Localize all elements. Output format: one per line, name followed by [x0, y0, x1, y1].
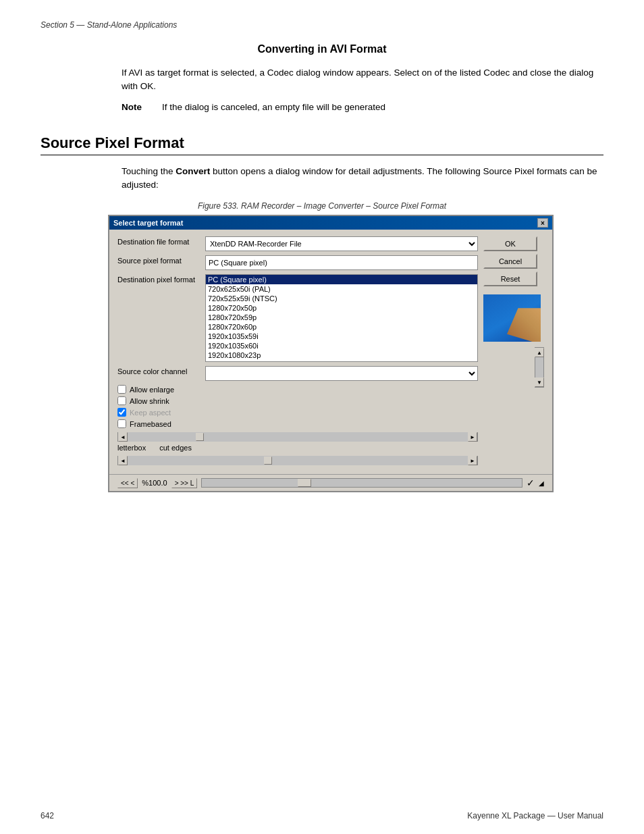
pixel-format-listbox[interactable]: PC (Square pixel) 720x625x50i (PAL) 720x…: [205, 274, 478, 362]
page-container: Section 5 — Stand-Alone Applications Con…: [0, 0, 644, 546]
allow-enlarge-row: Allow enlarge: [117, 385, 478, 394]
note-label: Note: [122, 101, 149, 114]
spf-section: Source Pixel Format Touching the Convert…: [41, 134, 603, 493]
source-pixel-format-row: Source pixel format: [117, 255, 478, 270]
framebased-checkbox[interactable]: [117, 419, 126, 428]
scroll-track2: [128, 456, 468, 465]
second-slider-row: ◄ ►: [117, 454, 478, 465]
source-color-channel-label: Source color channel: [117, 366, 205, 375]
scroll-left-btn[interactable]: ◄: [118, 432, 128, 442]
dialog-wrapper: Select target format × Destination file …: [108, 215, 554, 492]
scroll-left-btn2[interactable]: ◄: [118, 456, 128, 465]
avi-section-body: If AVI as target format is selected, a C…: [122, 66, 603, 114]
source-pixel-format-input[interactable]: [205, 255, 478, 270]
dialog-bottom-bar: << < %100.0 > >> L ✓ ◢: [109, 474, 552, 491]
list-item[interactable]: 1920x1080x23p: [206, 350, 477, 360]
dialog-titlebar: Select target format ×: [109, 216, 552, 230]
list-item[interactable]: 1280x720x50p: [206, 303, 477, 313]
ok-button[interactable]: OK: [483, 236, 537, 251]
dialog-close-button[interactable]: ×: [537, 218, 548, 228]
list-item[interactable]: 720x525x59i (NTSC): [206, 294, 477, 303]
letterbox-slider-row: ◄ ►: [117, 431, 478, 442]
select-target-format-dialog: Select target format × Destination file …: [108, 215, 554, 492]
allow-shrink-checkbox[interactable]: [117, 396, 126, 405]
cut-edges-label: cut edges: [159, 444, 192, 452]
scroll-right-btn[interactable]: ►: [468, 432, 477, 442]
nav-left-button[interactable]: << <: [117, 478, 138, 488]
avi-section: Converting in AVI Format If AVI as targe…: [41, 43, 603, 114]
letterbox-label: letterbox: [117, 444, 146, 452]
checkmark-icon: ✓: [527, 477, 535, 488]
destination-file-format-label: Destination file format: [117, 236, 205, 246]
spf-section-body: Touching the Convert button opens a dial…: [122, 165, 603, 192]
list-item[interactable]: 720x625x50i (PAL): [206, 284, 477, 294]
source-color-channel-select[interactable]: [205, 366, 478, 381]
page-footer: 642 Kayenne XL Package — User Manual: [41, 811, 603, 820]
scroll-track: [128, 432, 468, 442]
spf-body-bold: Convert: [176, 166, 210, 176]
list-item[interactable]: 1920x1080x24p: [206, 360, 477, 362]
keep-aspect-checkbox[interactable]: [117, 408, 126, 417]
destination-file-format-input-area: XtenDD RAM-Recorder File: [205, 236, 478, 251]
nav-right-button[interactable]: > >> L: [171, 478, 198, 488]
bottom-hscroll-thumb[interactable]: [298, 479, 311, 487]
destination-file-format-select[interactable]: XtenDD RAM-Recorder File: [205, 236, 478, 251]
allow-shrink-row: Allow shrink: [117, 396, 478, 405]
avi-section-title: Converting in AVI Format: [41, 43, 603, 55]
vscroll-track: [535, 357, 543, 377]
vscroll-up-btn[interactable]: ▲: [535, 348, 544, 357]
destination-pixel-format-input-area: PC (Square pixel) 720x625x50i (PAL) 720x…: [205, 274, 478, 362]
vertical-scrollbar[interactable]: ▲ ▼: [535, 347, 544, 388]
dialog-body: Destination file format XtenDD RAM-Recor…: [109, 230, 552, 474]
source-color-channel-row: Source color channel: [117, 366, 478, 381]
cancel-button[interactable]: Cancel: [483, 254, 537, 269]
dialog-title: Select target format: [113, 219, 183, 227]
allow-shrink-label: Allow shrink: [130, 397, 169, 405]
source-pixel-format-label: Source pixel format: [117, 255, 205, 265]
list-item[interactable]: PC (Square pixel): [206, 275, 477, 284]
zoom-label: %100.0: [142, 479, 167, 487]
scroll-thumb2[interactable]: [264, 457, 272, 465]
dialog-form: Destination file format XtenDD RAM-Recor…: [117, 236, 478, 467]
letterbox-slider-area: ◄ ► letterbox cut edges: [117, 431, 478, 465]
second-scrollbar[interactable]: ◄ ►: [117, 456, 478, 465]
keep-aspect-row: Keep aspect: [117, 408, 478, 417]
scroll-right-btn2[interactable]: ►: [468, 456, 477, 465]
reset-button[interactable]: Reset: [483, 271, 537, 286]
allow-enlarge-label: Allow enlarge: [130, 386, 174, 394]
bottom-hscroll-track: [202, 479, 522, 487]
allow-enlarge-checkbox[interactable]: [117, 385, 126, 394]
spf-body-text: Touching the Convert button opens a dial…: [122, 165, 603, 192]
resize-icon[interactable]: ◢: [539, 479, 544, 487]
list-item[interactable]: 1280x720x60p: [206, 322, 477, 332]
keep-aspect-label: Keep aspect: [130, 409, 171, 417]
bottom-hscroll[interactable]: [201, 478, 522, 488]
page-number: 642: [41, 811, 54, 820]
destination-file-format-row: Destination file format XtenDD RAM-Recor…: [117, 236, 478, 251]
figure-caption: Figure 533. RAM Recorder – Image Convert…: [41, 201, 603, 211]
avi-note-block: Note If the dialog is canceled, an empty…: [122, 101, 603, 114]
avi-body-text: If AVI as target format is selected, a C…: [122, 66, 603, 94]
vscroll-down-btn[interactable]: ▼: [535, 377, 544, 387]
letterbox-scrollbar[interactable]: ◄ ►: [117, 432, 478, 442]
spf-section-title: Source Pixel Format: [41, 134, 603, 155]
preview-image: [483, 294, 541, 342]
framebased-label: Framebased: [130, 420, 171, 428]
list-item[interactable]: 1280x720x59p: [206, 313, 477, 322]
destination-pixel-format-row: Destination pixel format PC (Square pixe…: [117, 274, 478, 362]
source-color-channel-input-area: [205, 366, 478, 381]
breadcrumb: Section 5 — Stand-Alone Applications: [41, 20, 603, 30]
manual-title: Kayenne XL Package — User Manual: [467, 811, 603, 820]
framebased-row: Framebased: [117, 419, 478, 428]
scroll-thumb[interactable]: [196, 433, 204, 441]
source-pixel-format-input-area: [205, 255, 478, 270]
dialog-right-panel: OK Cancel Reset ▲ ▼: [483, 236, 544, 467]
list-item[interactable]: 1920x1035x60i: [206, 341, 477, 350]
list-item[interactable]: 1920x1035x59i: [206, 332, 477, 341]
note-text: If the dialog is canceled, an empty file…: [162, 101, 385, 114]
spf-body-part1: Touching the: [122, 166, 176, 176]
destination-pixel-format-label: Destination pixel format: [117, 274, 205, 284]
